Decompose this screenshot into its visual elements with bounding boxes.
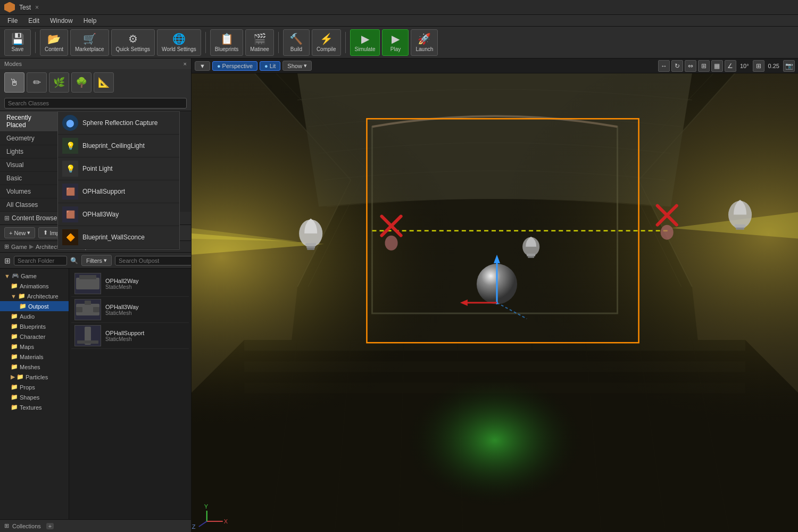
viewport-toolbar: ▼ ● Perspective ● Lit Show ▾ ↔ ↻ ⇔ ⊞ ▦ ∠ [192,59,798,73]
recent-item-ceiling-light[interactable]: 💡 Blueprint_CeilingLight [58,135,179,157]
content-button[interactable]: 📂 Content [40,29,68,56]
content-item-ophall2way[interactable]: OPHall2Way StaticMesh [71,271,189,297]
ophallsupport-type: StaticMesh [105,336,144,342]
marketplace-button[interactable]: 🛒 Marketplace [70,29,109,56]
rotate-button[interactable]: ↻ [671,60,683,72]
recent-item-ophall3way[interactable]: 🟫 OPHall3Way [58,203,179,226]
filter-label: Filters [86,257,102,264]
category-recently-placed[interactable]: Recently Placed [0,111,59,132]
play-button[interactable]: ▶ Play [382,29,409,56]
mode-foliage-button[interactable]: 🌿 [49,72,69,93]
menu-window[interactable]: Window [45,16,78,26]
tree-audio[interactable]: 📁 Audio [0,311,69,321]
audio-icon: 📁 [11,313,18,320]
tree-props[interactable]: 📁 Props [0,382,69,392]
content-search-input[interactable] [115,256,191,265]
tree-outpost[interactable]: 📁 Outpost [0,301,69,311]
character-label: Character [20,334,45,340]
recent-item-ophall-support[interactable]: 🟫 OPHallSupport [58,180,179,203]
tree-character[interactable]: 📁 Character [0,331,69,342]
scale-button[interactable]: ⇔ [685,60,696,72]
category-all-classes[interactable]: All Classes [0,198,59,212]
game-icon: 🎮 [12,272,19,279]
recent-item-sphere[interactable]: ⬤ Sphere Reflection Capture [58,112,179,135]
collections-label: Collections [12,523,41,529]
menu-file[interactable]: File [2,16,23,26]
recently-placed-items: ⬤ Sphere Reflection Capture 💡 Blueprint_… [57,111,180,250]
tree-textures[interactable]: 📁 Textures [0,402,69,412]
launch-button[interactable]: 🚀 Launch [411,29,438,56]
recent-item-point-light[interactable]: 💡 Point Light [58,157,179,180]
folder-search-input[interactable] [14,256,67,265]
maps-icon: 📁 [11,343,18,350]
props-label: Props [20,384,35,390]
grid-toggle-button[interactable]: ▦ [711,60,723,72]
category-lights[interactable]: Lights [0,145,59,159]
new-button[interactable]: + New ▾ [4,227,35,238]
add-collection-button[interactable]: + [46,523,54,529]
perspective-label: Perspective [222,63,253,69]
animations-label: Animations [20,283,48,289]
tree-maps[interactable]: 📁 Maps [0,342,69,352]
matinee-button[interactable]: 🎬 Matinee [245,29,274,56]
world-settings-button[interactable]: 🌐 World Settings [157,29,201,56]
categories-list: Recently Placed Geometry Lights Visual B… [0,111,59,212]
scale-btn[interactable]: ⊞ [753,60,764,72]
tree-architecture[interactable]: ▼ 📁 Architecture [0,291,69,301]
close-button[interactable]: × [35,4,39,11]
viewport-menu-button[interactable]: ▼ [195,61,210,71]
tree-particles[interactable]: ▶ 📁 Particles [0,372,69,382]
quick-settings-button[interactable]: ⚙ Quick Settings [111,29,155,56]
marketplace-icon: 🛒 [83,32,96,45]
content-item-ophall3way[interactable]: OPHall3Way StaticMesh [71,297,189,323]
recent-item-wall-sconce[interactable]: 🔶 Blueprint_WallSconce [58,226,179,249]
mode-select-button[interactable]: 🖱 [4,72,24,93]
quick-settings-label: Quick Settings [116,46,150,52]
search-classes-input[interactable] [4,98,187,109]
menu-help[interactable]: Help [78,16,102,26]
tree-meshes[interactable]: 📁 Meshes [0,362,69,372]
tree-game[interactable]: ▼ 🎮 Game [0,271,69,281]
filters-button[interactable]: Filters ▾ [81,255,112,266]
blueprints-button[interactable]: 📋 Blueprints [210,29,243,56]
sphere-capture-label: Sphere Reflection Capture [82,119,157,127]
maps-label: Maps [20,344,34,350]
save-button[interactable]: 💾 Save [4,29,31,56]
mode-geometry-button[interactable]: 📐 [94,72,114,93]
perspective-button[interactable]: ● Perspective [212,61,257,71]
tree-blueprints[interactable]: 📁 Blueprints [0,321,69,331]
mode-landscape-button[interactable]: 🌳 [71,72,92,93]
modes-close-button[interactable]: × [184,61,187,67]
category-visual[interactable]: Visual [0,159,59,172]
tree-materials[interactable]: 📁 Materials [0,352,69,362]
compile-button[interactable]: ⚡ Compile [312,29,341,56]
point-light-icon: 💡 [62,161,78,177]
compile-label: Compile [317,46,336,52]
degree-value: 10° [738,63,751,69]
tree-shapes[interactable]: 📁 Shapes [0,392,69,402]
tree-animations[interactable]: 📁 Animations [0,281,69,291]
compile-icon: ⚡ [320,32,333,45]
viewport-menu-icon: ▼ [200,63,205,69]
category-volumes[interactable]: Volumes [0,185,59,198]
snap-button[interactable]: ⊞ [698,60,710,72]
meshes-label: Meshes [20,364,40,370]
category-basic[interactable]: Basic [0,172,59,185]
show-button[interactable]: Show ▾ [282,61,312,71]
category-geometry[interactable]: Geometry [0,132,59,145]
lit-button[interactable]: ● Lit [260,61,280,71]
mode-paint-button[interactable]: ✏ [27,72,47,93]
svg-rect-4 [76,307,82,312]
content-item-ophallsupport[interactable]: OPHallSupport StaticMesh [71,323,189,349]
camera-button[interactable]: 📷 [783,60,795,72]
menu-edit[interactable]: Edit [23,16,45,26]
angle-button[interactable]: ∠ [725,60,736,72]
build-button[interactable]: 🔨 Build [283,29,310,56]
simulate-button[interactable]: ▶ Simulate [350,29,380,56]
translate-button[interactable]: ↔ [658,60,670,72]
breadcrumb-game[interactable]: Game [11,244,27,250]
svg-rect-7 [77,340,98,344]
folder-search-icon: 🔍 [70,257,78,264]
svg-rect-3 [85,301,91,305]
viewport[interactable]: ▼ ● Perspective ● Lit Show ▾ ↔ ↻ ⇔ ⊞ ▦ ∠ [192,59,798,532]
